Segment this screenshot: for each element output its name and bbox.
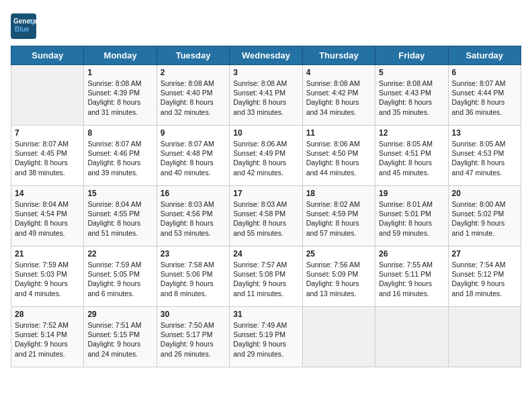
cell-content: Sunrise: 7:55 AM Sunset: 5:11 PM Dayligh…: [379, 260, 444, 298]
calendar-week-1: 1Sunrise: 8:08 AM Sunset: 4:39 PM Daylig…: [11, 65, 521, 126]
day-number: 10: [233, 128, 298, 138]
day-number: 12: [379, 128, 444, 138]
day-number: 20: [452, 189, 517, 198]
calendar-week-4: 21Sunrise: 7:59 AM Sunset: 5:03 PM Dayli…: [11, 246, 521, 307]
logo: General Blue: [11, 13, 39, 39]
day-number: 7: [15, 128, 80, 138]
cell-content: Sunrise: 7:54 AM Sunset: 5:12 PM Dayligh…: [452, 260, 517, 298]
day-number: 5: [379, 68, 444, 77]
calendar-cell: 12Sunrise: 8:05 AM Sunset: 4:51 PM Dayli…: [375, 126, 448, 186]
day-number: 25: [306, 249, 371, 259]
cell-content: Sunrise: 8:08 AM Sunset: 4:41 PM Dayligh…: [233, 79, 298, 117]
weekday-header-thursday: Thursday: [302, 46, 375, 65]
cell-content: Sunrise: 7:58 AM Sunset: 5:06 PM Dayligh…: [161, 260, 226, 298]
day-number: 30: [161, 310, 226, 319]
cell-content: Sunrise: 8:04 AM Sunset: 4:55 PM Dayligh…: [87, 199, 152, 238]
cell-content: Sunrise: 7:52 AM Sunset: 5:14 PM Dayligh…: [15, 320, 80, 359]
day-number: 11: [306, 128, 371, 138]
day-number: 22: [87, 249, 152, 259]
calendar-cell: 8Sunrise: 8:07 AM Sunset: 4:46 PM Daylig…: [84, 126, 157, 186]
cell-content: Sunrise: 8:05 AM Sunset: 4:51 PM Dayligh…: [379, 139, 444, 177]
calendar-cell: 19Sunrise: 8:01 AM Sunset: 5:01 PM Dayli…: [375, 186, 448, 246]
cell-content: Sunrise: 8:03 AM Sunset: 4:58 PM Dayligh…: [233, 199, 298, 238]
cell-content: Sunrise: 8:02 AM Sunset: 4:59 PM Dayligh…: [306, 199, 371, 238]
calendar-cell: 9Sunrise: 8:07 AM Sunset: 4:48 PM Daylig…: [157, 126, 229, 186]
day-number: 27: [452, 249, 517, 259]
calendar-cell: 29Sunrise: 7:51 AM Sunset: 5:15 PM Dayli…: [84, 307, 157, 367]
day-number: 4: [306, 68, 371, 77]
calendar-table: SundayMondayTuesdayWednesdayThursdayFrid…: [11, 46, 521, 367]
calendar-cell: 14Sunrise: 8:04 AM Sunset: 4:54 PM Dayli…: [11, 186, 84, 246]
calendar-cell: 7Sunrise: 8:07 AM Sunset: 4:45 PM Daylig…: [11, 126, 84, 186]
cell-content: Sunrise: 8:07 AM Sunset: 4:48 PM Dayligh…: [161, 139, 226, 177]
day-number: 28: [15, 310, 80, 319]
calendar-week-2: 7Sunrise: 8:07 AM Sunset: 4:45 PM Daylig…: [11, 126, 521, 186]
cell-content: Sunrise: 8:08 AM Sunset: 4:39 PM Dayligh…: [87, 79, 152, 117]
calendar-cell: [302, 307, 375, 367]
calendar-cell: 11Sunrise: 8:06 AM Sunset: 4:50 PM Dayli…: [302, 126, 375, 186]
cell-content: Sunrise: 8:06 AM Sunset: 4:50 PM Dayligh…: [306, 139, 371, 177]
cell-content: Sunrise: 7:51 AM Sunset: 5:15 PM Dayligh…: [87, 320, 152, 359]
calendar-cell: 18Sunrise: 8:02 AM Sunset: 4:59 PM Dayli…: [302, 186, 375, 246]
cell-content: Sunrise: 7:59 AM Sunset: 5:05 PM Dayligh…: [87, 260, 152, 298]
calendar-week-3: 14Sunrise: 8:04 AM Sunset: 4:54 PM Dayli…: [11, 186, 521, 246]
calendar-cell: 13Sunrise: 8:05 AM Sunset: 4:53 PM Dayli…: [448, 126, 521, 186]
svg-text:Blue: Blue: [15, 26, 30, 33]
calendar-cell: 6Sunrise: 8:07 AM Sunset: 4:44 PM Daylig…: [448, 65, 521, 126]
day-number: 19: [379, 189, 444, 198]
cell-content: Sunrise: 8:08 AM Sunset: 4:42 PM Dayligh…: [306, 79, 371, 117]
calendar-cell: 26Sunrise: 7:55 AM Sunset: 5:11 PM Dayli…: [375, 246, 448, 307]
cell-content: Sunrise: 7:50 AM Sunset: 5:17 PM Dayligh…: [161, 320, 226, 359]
day-number: 1: [87, 68, 152, 77]
cell-content: Sunrise: 7:59 AM Sunset: 5:03 PM Dayligh…: [15, 260, 80, 298]
day-number: 8: [87, 128, 152, 138]
calendar-cell: 23Sunrise: 7:58 AM Sunset: 5:06 PM Dayli…: [157, 246, 229, 307]
cell-content: Sunrise: 8:01 AM Sunset: 5:01 PM Dayligh…: [379, 199, 444, 238]
calendar-cell: 30Sunrise: 7:50 AM Sunset: 5:17 PM Dayli…: [157, 307, 229, 367]
calendar-cell: 31Sunrise: 7:49 AM Sunset: 5:19 PM Dayli…: [230, 307, 302, 367]
cell-content: Sunrise: 8:07 AM Sunset: 4:46 PM Dayligh…: [87, 139, 152, 177]
weekday-header-friday: Friday: [375, 46, 448, 65]
calendar-cell: [375, 307, 448, 367]
weekday-header-monday: Monday: [84, 46, 157, 65]
calendar-cell: 10Sunrise: 8:06 AM Sunset: 4:49 PM Dayli…: [230, 126, 302, 186]
calendar-cell: 1Sunrise: 8:08 AM Sunset: 4:39 PM Daylig…: [84, 65, 157, 126]
cell-content: Sunrise: 8:06 AM Sunset: 4:49 PM Dayligh…: [233, 139, 298, 177]
day-number: 21: [15, 249, 80, 259]
cell-content: Sunrise: 7:56 AM Sunset: 5:09 PM Dayligh…: [306, 260, 371, 298]
day-number: 24: [233, 249, 298, 259]
weekday-header-saturday: Saturday: [448, 46, 521, 65]
day-number: 13: [452, 128, 517, 138]
cell-content: Sunrise: 8:05 AM Sunset: 4:53 PM Dayligh…: [452, 139, 517, 177]
calendar-cell: 24Sunrise: 7:57 AM Sunset: 5:08 PM Dayli…: [230, 246, 302, 307]
day-number: 23: [161, 249, 226, 259]
calendar-cell: 15Sunrise: 8:04 AM Sunset: 4:55 PM Dayli…: [84, 186, 157, 246]
day-number: 16: [161, 189, 226, 198]
calendar-cell: 2Sunrise: 8:08 AM Sunset: 4:40 PM Daylig…: [157, 65, 229, 126]
weekday-header-wednesday: Wednesday: [230, 46, 302, 65]
day-number: 9: [161, 128, 226, 138]
day-number: 14: [15, 189, 80, 198]
weekday-header-tuesday: Tuesday: [157, 46, 229, 65]
day-number: 26: [379, 249, 444, 259]
calendar-week-5: 28Sunrise: 7:52 AM Sunset: 5:14 PM Dayli…: [11, 307, 521, 367]
day-number: 29: [87, 310, 152, 319]
day-number: 6: [452, 68, 517, 77]
day-number: 17: [233, 189, 298, 198]
cell-content: Sunrise: 7:49 AM Sunset: 5:19 PM Dayligh…: [233, 320, 298, 359]
calendar-cell: 22Sunrise: 7:59 AM Sunset: 5:05 PM Dayli…: [84, 246, 157, 307]
calendar-cell: 16Sunrise: 8:03 AM Sunset: 4:56 PM Dayli…: [157, 186, 229, 246]
cell-content: Sunrise: 8:04 AM Sunset: 4:54 PM Dayligh…: [15, 199, 80, 238]
calendar-cell: 20Sunrise: 8:00 AM Sunset: 5:02 PM Dayli…: [448, 186, 521, 246]
calendar-cell: 17Sunrise: 8:03 AM Sunset: 4:58 PM Dayli…: [230, 186, 302, 246]
calendar-cell: [11, 65, 84, 126]
calendar-cell: 5Sunrise: 8:08 AM Sunset: 4:43 PM Daylig…: [375, 65, 448, 126]
cell-content: Sunrise: 8:08 AM Sunset: 4:43 PM Dayligh…: [379, 79, 444, 117]
day-number: 2: [161, 68, 226, 77]
calendar-cell: [448, 307, 521, 367]
day-number: 31: [233, 310, 298, 319]
calendar-cell: 28Sunrise: 7:52 AM Sunset: 5:14 PM Dayli…: [11, 307, 84, 367]
cell-content: Sunrise: 8:08 AM Sunset: 4:40 PM Dayligh…: [161, 79, 226, 117]
cell-content: Sunrise: 8:00 AM Sunset: 5:02 PM Dayligh…: [452, 199, 517, 238]
cell-content: Sunrise: 8:07 AM Sunset: 4:44 PM Dayligh…: [452, 79, 517, 117]
